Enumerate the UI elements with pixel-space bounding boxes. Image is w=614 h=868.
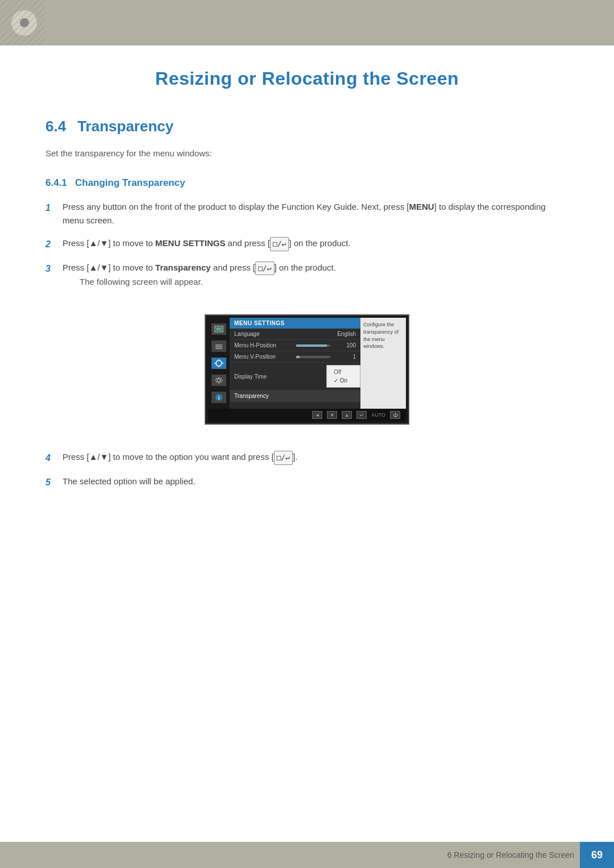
svg-line-18	[216, 378, 217, 379]
step-4-text: Press [▲/▼] to move to the option you wa…	[63, 450, 569, 465]
section-description: Set the transparency for the menu window…	[45, 147, 569, 160]
menu-title: MENU SETTINGS	[230, 318, 360, 329]
subsection-heading: 6.4.1 Changing Transparency	[45, 177, 569, 189]
step-4-num: 4	[45, 450, 63, 466]
steps-list-2: 4 Press [▲/▼] to move to the option you …	[45, 450, 569, 489]
sidebar-icon-menu-settings	[211, 358, 226, 369]
step-3-text: Press [▲/▼] to move to Transparency and …	[63, 261, 569, 289]
section-heading: 6.4 Transparency	[45, 118, 569, 135]
step-1-text: Press any button on the front of the pro…	[63, 200, 569, 227]
screen-outer: i MENU SETTINGS Language English	[205, 314, 409, 425]
footer-chapter-text: 6 Resizing or Relocating the Screen	[447, 850, 580, 859]
sidebar-icon-info: i	[211, 392, 226, 403]
step-2-text: Press [▲/▼] to move to MENU SETTINGS and…	[63, 236, 569, 251]
screen-bottom: ◄ ▼ ▲ ↵ AUTO ⏻	[208, 409, 406, 421]
subsection-title: Changing Transparency	[75, 177, 185, 188]
hposition-value: 100	[333, 342, 356, 348]
step-5-num: 5	[45, 475, 63, 490]
transparency-label: Transparency	[155, 263, 211, 272]
steps-list: 1 Press any button on the front of the p…	[45, 200, 569, 289]
footer: 6 Resizing or Relocating the Screen 69	[0, 842, 614, 868]
menu-row-hposition: Menu H-Position 100	[230, 340, 360, 351]
btn-down: ▼	[327, 411, 337, 419]
screen-mockup-wrap: i MENU SETTINGS Language English	[45, 303, 569, 436]
menu-key: MENU	[409, 202, 434, 211]
step-5-text: The selected option will be applied.	[63, 475, 569, 488]
hposition-label: Menu H-Position	[234, 342, 291, 348]
svg-line-21	[221, 378, 222, 379]
vposition-slider	[296, 356, 330, 358]
hposition-slider	[296, 344, 330, 347]
tooltip-panel: Configure the transparency of the menu w…	[360, 318, 406, 409]
menu-panel: MENU SETTINGS Language English Menu H-Po…	[230, 318, 360, 409]
dropdown-off: Off	[334, 368, 353, 376]
vposition-value: 1	[333, 354, 356, 360]
step-5: 5 The selected option will be applied.	[45, 475, 569, 490]
subsection-number: 6.4.1	[45, 177, 67, 188]
step-3-subtext: The following screen will appear.	[80, 277, 203, 286]
svg-rect-4	[216, 327, 222, 331]
screen-mockup: i MENU SETTINGS Language English	[205, 314, 409, 425]
main-content: 6.4 Transparency Set the transparency fo…	[0, 106, 614, 545]
displaytime-label: Display Time	[234, 373, 322, 380]
step-3-num: 3	[45, 261, 63, 276]
step-3: 3 Press [▲/▼] to move to Transparency an…	[45, 261, 569, 289]
svg-rect-1	[0, 0, 45, 45]
transparency-menu-label: Transparency	[234, 393, 356, 399]
confirm-key-2: □/↵	[255, 261, 274, 276]
confirm-key-1: □/↵	[270, 237, 289, 251]
sidebar-icon-gear	[211, 375, 226, 386]
section-title: Transparency	[77, 118, 173, 135]
tooltip-text: Configure the transparency of the menu w…	[363, 322, 399, 349]
svg-line-20	[216, 382, 217, 383]
svg-point-8	[216, 360, 222, 366]
step-2-num: 2	[45, 236, 63, 252]
btn-left: ◄	[312, 411, 322, 419]
btn-up: ▲	[342, 411, 352, 419]
step-1-num: 1	[45, 200, 63, 215]
screen-inner: i MENU SETTINGS Language English	[208, 318, 406, 409]
language-value: English	[333, 331, 356, 337]
menu-row-displaytime: Display Time Off On	[230, 363, 360, 391]
menu-row-language: Language English	[230, 329, 360, 340]
screen-sidebar: i	[208, 318, 230, 409]
dropdown-on: On	[334, 376, 353, 385]
sidebar-icon-picture	[211, 340, 226, 352]
language-label: Language	[234, 331, 333, 337]
svg-text:i: i	[218, 395, 220, 401]
menu-row-vposition: Menu V-Position 1	[230, 351, 360, 363]
chapter-title: Resizing or Relocating the Screen	[0, 45, 614, 106]
confirm-key-3: □/↵	[274, 451, 293, 465]
menu-settings-label: MENU SETTINGS	[155, 238, 225, 248]
footer-page-number: 69	[580, 842, 614, 868]
svg-line-19	[221, 382, 222, 383]
top-bar	[0, 0, 614, 45]
menu-row-transparency: Transparency	[230, 391, 360, 402]
auto-label: AUTO	[371, 412, 385, 418]
step-1: 1 Press any button on the front of the p…	[45, 200, 569, 227]
btn-enter: ↵	[356, 411, 367, 419]
svg-point-13	[217, 379, 221, 382]
step-4: 4 Press [▲/▼] to move to the option you …	[45, 450, 569, 466]
vposition-label: Menu V-Position	[234, 354, 291, 360]
dropdown-overlay: Off On	[326, 365, 360, 388]
hatch-corner	[0, 0, 45, 45]
section-number: 6.4	[45, 118, 66, 135]
step-2: 2 Press [▲/▼] to move to MENU SETTINGS a…	[45, 236, 569, 252]
btn-power: ⏻	[390, 411, 400, 419]
sidebar-icon-display	[211, 323, 226, 335]
